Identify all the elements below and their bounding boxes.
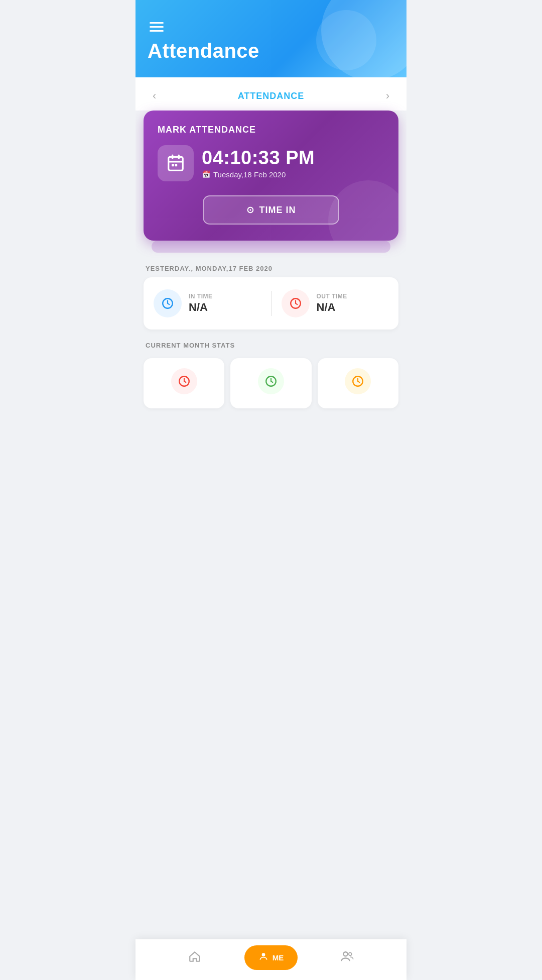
me-icon xyxy=(258,951,268,964)
prev-button[interactable]: ‹ xyxy=(148,87,161,104)
stat-clock-svg-1 xyxy=(264,375,278,388)
svg-rect-5 xyxy=(175,164,177,167)
hamburger-icon xyxy=(150,22,164,32)
home-icon xyxy=(188,950,201,966)
calendar-icon-box xyxy=(158,145,194,181)
in-time-value: N/A xyxy=(189,301,213,314)
nav-row: ‹ ATTENDANCE › xyxy=(136,77,406,111)
stat-clock-svg-2 xyxy=(351,375,364,388)
nav-home[interactable] xyxy=(146,950,244,966)
in-clock-svg xyxy=(161,297,174,310)
in-time-entry: IN TIME N/A xyxy=(154,289,261,317)
team-icon xyxy=(340,949,354,966)
stat-icon-orange xyxy=(345,368,371,394)
out-time-value: N/A xyxy=(317,301,347,314)
out-time-label: OUT TIME xyxy=(317,293,347,300)
nav-title: ATTENDANCE xyxy=(238,91,305,101)
in-time-label: IN TIME xyxy=(189,293,213,300)
date-row: 📅 Tuesday,18 Feb 2020 xyxy=(202,170,315,179)
next-button[interactable]: › xyxy=(381,87,394,104)
svg-rect-0 xyxy=(169,157,183,170)
stat-icon-red xyxy=(171,368,197,394)
out-clock-svg xyxy=(289,297,302,310)
stat-icon-green xyxy=(258,368,284,394)
time-info: 04:10:33 PM 📅 Tuesday,18 Feb 2020 xyxy=(202,148,315,179)
stat-clock-svg-0 xyxy=(178,375,191,388)
mark-attendance-label: MARK ATTENDANCE xyxy=(158,125,384,135)
stats-cards xyxy=(144,354,398,414)
header-section: Attendance xyxy=(136,0,406,77)
svg-rect-4 xyxy=(172,164,174,167)
me-button[interactable]: ME xyxy=(244,945,298,970)
svg-point-12 xyxy=(343,952,347,956)
time-display: 04:10:33 PM xyxy=(202,148,315,167)
peek-card xyxy=(152,241,390,253)
in-time-icon xyxy=(154,289,182,317)
out-time-entry: OUT TIME N/A xyxy=(282,289,389,317)
yesterday-section-label: YESTERDAY., MONDAY,17 FEB 2020 xyxy=(144,253,398,277)
divider xyxy=(271,291,272,316)
svg-point-11 xyxy=(261,953,265,956)
stats-section-label: CURRENT MONTH STATS xyxy=(144,330,398,354)
page-title: Attendance xyxy=(148,40,394,62)
date-display: Tuesday,18 Feb 2020 xyxy=(213,170,286,179)
out-time-info: OUT TIME N/A xyxy=(317,293,347,314)
nav-team[interactable] xyxy=(298,949,396,966)
date-icon: 📅 xyxy=(202,170,210,178)
time-in-button[interactable]: ⊙ TIME IN xyxy=(203,195,339,225)
me-label: ME xyxy=(273,953,284,962)
stat-card-0 xyxy=(144,358,224,408)
time-row: 04:10:33 PM 📅 Tuesday,18 Feb 2020 xyxy=(158,145,384,181)
bottom-nav: ME xyxy=(136,939,406,980)
calendar-icon xyxy=(166,154,185,173)
in-time-info: IN TIME N/A xyxy=(189,293,213,314)
clock-icon: ⊙ xyxy=(246,204,254,215)
mark-attendance-card: MARK ATTENDANCE 04:10:33 PM 📅 Tuesday,18… xyxy=(144,111,398,241)
svg-point-13 xyxy=(349,952,352,955)
menu-button[interactable] xyxy=(148,20,166,34)
time-in-label: TIME IN xyxy=(259,205,296,215)
main-content: MARK ATTENDANCE 04:10:33 PM 📅 Tuesday,18… xyxy=(136,111,406,465)
stat-card-2 xyxy=(318,358,398,408)
out-time-icon xyxy=(282,289,310,317)
time-record-card: IN TIME N/A OUT TIME N/A xyxy=(144,277,398,330)
stat-card-1 xyxy=(230,358,311,408)
